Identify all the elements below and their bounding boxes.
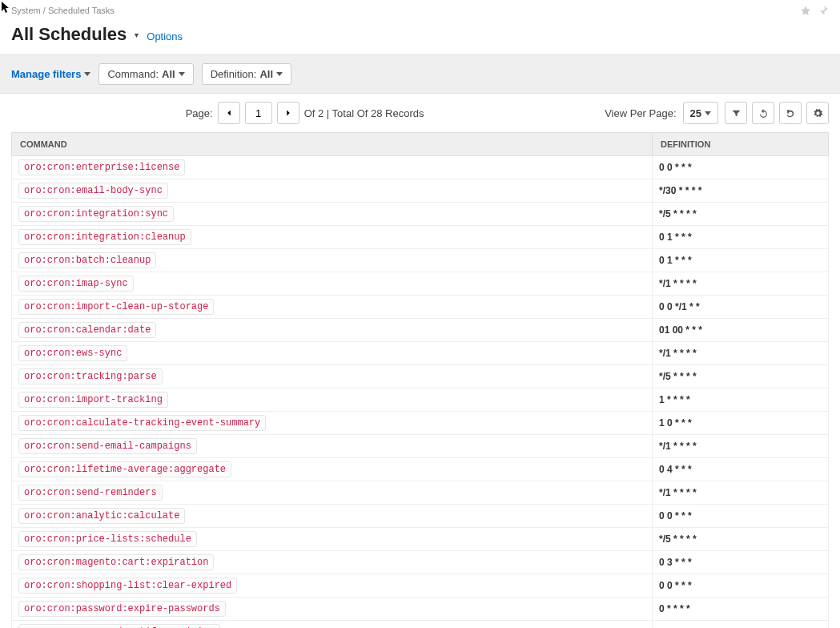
command-value: oro:cron:magento:cart:expiration [18, 554, 214, 570]
definition-value: */1 * * * * [659, 278, 697, 289]
definition-value: */1 * * * * [659, 487, 697, 498]
page-of-text: Of 2 | Total Of 28 Records [304, 107, 424, 119]
definition-value: 1 0 * * * [659, 417, 692, 429]
definition-value: */1 * * * * [659, 441, 697, 452]
caret-down-icon [705, 111, 711, 115]
caret-down-icon [179, 72, 185, 76]
breadcrumb-system[interactable]: System [11, 6, 41, 15]
page-prev-button[interactable] [218, 102, 240, 124]
command-value: oro:cron:integration:cleanup [18, 229, 191, 245]
command-value: oro:cron:import-clean-up-storage [18, 299, 214, 315]
page-next-button[interactable] [277, 102, 299, 124]
definition-value: */5 * * * * [659, 371, 697, 382]
star-icon[interactable] [800, 5, 811, 16]
command-value: oro:cron:analytic:calculate [18, 508, 185, 524]
definition-value: */5 * * * * [659, 533, 697, 545]
definition-value: 0 1 * * * [659, 255, 692, 266]
command-value: oro:cron:ews-sync [18, 345, 127, 361]
command-value: oro:cron:tracking:parse [18, 368, 163, 384]
page-label: Page: [186, 107, 213, 119]
definition-value: 0 0 */1 * * [659, 301, 700, 312]
filters-toggle-button[interactable] [725, 102, 747, 124]
definition-value: 0 4 * * * [659, 464, 692, 475]
per-page-dropdown[interactable]: 25 [683, 102, 718, 124]
table-row[interactable]: oro:cron:send-reminders*/1 * * * * [12, 481, 829, 505]
command-value: oro:cron:imap-sync [18, 276, 134, 292]
table-row[interactable]: oro:cron:calculate-tracking-event-summar… [12, 412, 829, 435]
command-value: oro:cron:send-email-campaigns [18, 438, 197, 454]
datagrid: COMMAND DEFINITION oro:cron:enterprise:l… [11, 132, 829, 628]
table-row[interactable]: oro:cron:tracking:parse*/5 * * * * [12, 365, 829, 388]
command-value: oro:cron:price-lists:schedule [18, 531, 197, 547]
table-row[interactable]: oro:cron:import-clean-up-storage0 0 */1 … [12, 296, 829, 319]
table-row[interactable]: oro:cron:magento:cart:expiration0 3 * * … [12, 551, 829, 574]
definition-value: 0 * * * * [659, 603, 690, 614]
command-value: oro:cron:calendar:date [18, 322, 156, 338]
table-row[interactable]: oro:cron:shopping-list:clear-expired0 0 … [12, 574, 829, 598]
cursor-icon [2, 2, 11, 14]
view-per-page-label: View Per Page: [605, 107, 676, 119]
table-row[interactable]: oro:cron:password:notify-expiring0 0 * *… [12, 621, 829, 629]
table-row[interactable]: oro:cron:enterprise:license0 0 * * * [12, 156, 829, 179]
reset-button[interactable] [779, 102, 802, 124]
table-row[interactable]: oro:cron:password:expire-passwords0 * * … [12, 598, 829, 621]
command-value: oro:cron:email-body-sync [18, 183, 168, 199]
breadcrumb: System / Scheduled Tasks [0, 0, 840, 19]
table-row[interactable]: oro:cron:ews-sync*/1 * * * * [12, 342, 829, 365]
breadcrumb-page: Scheduled Tasks [48, 6, 115, 15]
definition-value: */5 * * * * [659, 208, 697, 219]
filter-definition[interactable]: Definition: All [202, 63, 291, 85]
filters-bar: Manage filters Command: All Definition: … [0, 54, 840, 94]
definition-value: 0 1 * * * [659, 231, 692, 243]
command-value: oro:cron:lifetime-average:aggregate [18, 461, 231, 477]
table-row[interactable]: oro:cron:lifetime-average:aggregate0 4 *… [12, 458, 829, 481]
table-row[interactable]: oro:cron:integration:sync*/5 * * * * [12, 203, 829, 226]
table-row[interactable]: oro:cron:email-body-sync*/30 * * * * [12, 179, 829, 203]
grid-toolbar: Page: Of 2 | Total Of 28 Records View Pe… [0, 94, 840, 132]
caret-down-icon [84, 72, 90, 76]
page-title: All Schedules [11, 24, 127, 45]
definition-value: */1 * * * * [659, 348, 697, 359]
table-row[interactable]: oro:cron:batch:cleanup0 1 * * * [12, 249, 829, 272]
table-row[interactable]: oro:cron:send-email-campaigns*/1 * * * * [12, 435, 829, 458]
options-link[interactable]: Options [147, 30, 183, 42]
command-value: oro:cron:password:notify-expiring [18, 624, 220, 628]
command-value: oro:cron:calculate-tracking-event-summar… [18, 415, 266, 431]
table-row[interactable]: oro:cron:price-lists:schedule*/5 * * * * [12, 528, 829, 551]
definition-value: 0 0 * * * [659, 162, 692, 173]
command-value: oro:cron:integration:sync [18, 206, 174, 222]
command-value: oro:cron:shopping-list:clear-expired [18, 578, 237, 594]
col-definition[interactable]: DEFINITION [653, 133, 829, 156]
command-value: oro:cron:import-tracking [18, 392, 168, 408]
title-dropdown-icon[interactable]: ▾ [135, 30, 139, 39]
col-command[interactable]: COMMAND [12, 133, 653, 156]
table-row[interactable]: oro:cron:integration:cleanup0 1 * * * [12, 226, 829, 249]
command-value: oro:cron:send-reminders [18, 485, 163, 501]
settings-button[interactable] [806, 102, 829, 124]
page-input[interactable] [245, 102, 272, 124]
title-row: All Schedules ▾ Options [0, 19, 840, 54]
definition-value: */30 * * * * [659, 185, 701, 196]
caret-down-icon [276, 72, 283, 76]
manage-filters-link[interactable]: Manage filters [11, 68, 90, 80]
refresh-button[interactable] [752, 102, 774, 124]
definition-value: 0 0 * * * [659, 510, 692, 521]
command-value: oro:cron:enterprise:license [18, 159, 185, 175]
filter-command[interactable]: Command: All [98, 63, 193, 85]
definition-value: 0 0 * * * [659, 580, 692, 591]
table-row[interactable]: oro:cron:calendar:date01 00 * * * [12, 319, 829, 342]
command-value: oro:cron:batch:cleanup [18, 252, 156, 268]
table-row[interactable]: oro:cron:imap-sync*/1 * * * * [12, 272, 829, 296]
definition-value: 0 3 * * * [659, 557, 692, 568]
definition-value: 01 00 * * * [659, 324, 702, 336]
table-row[interactable]: oro:cron:analytic:calculate0 0 * * * [12, 505, 829, 528]
table-row[interactable]: oro:cron:import-tracking1 * * * * [12, 388, 829, 412]
definition-value: 1 * * * * [659, 394, 690, 405]
command-value: oro:cron:password:expire-passwords [18, 601, 226, 617]
pin-icon[interactable] [818, 5, 829, 16]
